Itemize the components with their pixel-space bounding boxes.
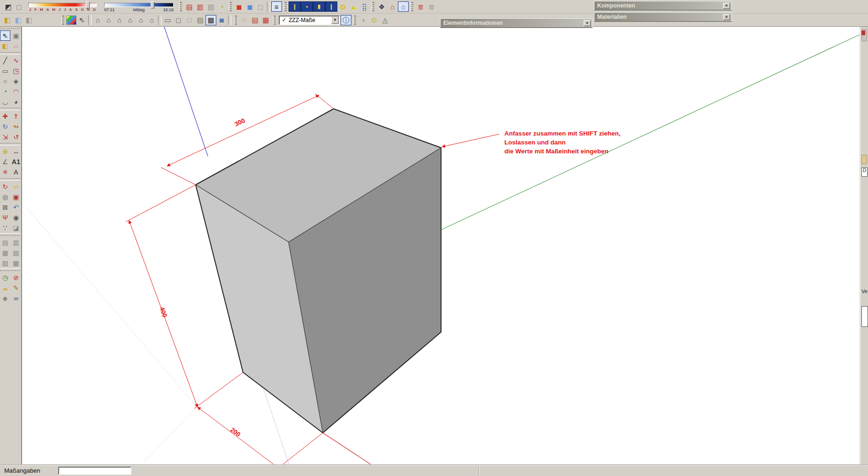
binoculars-button[interactable]: ∞ [11,293,21,303]
view-iso-button[interactable]: ⌂ [92,15,103,25]
dim-300-label[interactable]: 300 [234,117,246,128]
render-plugin-3-button[interactable]: ▮ [313,1,325,12]
render-plugin-1-button[interactable]: ❙ [289,1,301,12]
view-right-button[interactable]: ⌂ [125,15,136,25]
pan-tool[interactable]: ⇄ [11,181,21,192]
model-box[interactable] [196,109,441,433]
toolbar-grip[interactable] [179,2,182,11]
shadow-info-button[interactable]: ◩ [3,1,14,12]
measurement-input[interactable] [58,467,131,475]
gray-cube-button[interactable]: ◻ [255,1,266,12]
orbit-tool[interactable]: ↻ [0,181,10,192]
doc-red-green-button[interactable]: ▦ [260,15,271,25]
compass-button[interactable]: ❖ [376,1,387,12]
polygon-tool[interactable]: ◈ [11,76,21,86]
view-top-button[interactable]: ⌂ [103,15,114,25]
close-icon[interactable]: × [723,3,730,9]
style-hiddenline-button[interactable]: ◻ [173,15,184,25]
palette-grip[interactable] [0,234,21,237]
house-blue-button[interactable]: ⌂ [398,1,409,12]
dim-400-label[interactable]: 400 [158,306,168,318]
doc-red-button[interactable]: ▤ [250,15,260,25]
palette-grip[interactable] [0,27,21,30]
text-tool[interactable]: A1 [11,157,21,167]
drawing-canvas[interactable]: 300 400 200 Anfasser zusammen mit SHIFT … [22,27,860,464]
model-view[interactable]: 300 400 200 [22,27,860,464]
red-cube-button[interactable]: ◼ [234,1,244,12]
style-dark-button[interactable]: ▩ [206,15,216,25]
cloud-button[interactable]: ☁ [0,283,10,293]
shell-button[interactable]: ◖ [358,15,369,25]
section-plane-tool[interactable]: ◪ [11,223,21,233]
shadow-month-slider[interactable]: JFMAMJJASOND [28,0,97,13]
strip-tan-icon[interactable] [861,155,867,164]
export-3d-button[interactable]: ▥ [195,1,206,12]
push-pull-tool[interactable]: ⇑ [11,111,21,121]
corner-cube-yellow-button[interactable]: ◧ [2,15,13,25]
pie-tool[interactable]: ◔ [0,86,10,97]
corner-cube-blue-button[interactable]: ◧ [13,15,23,25]
make-component-tool[interactable]: ▣ [11,30,21,41]
zoom-previous-tool[interactable]: ↶ [11,202,21,212]
select-cursor-button[interactable]: ⇖ [76,15,87,25]
style-shaded-button[interactable]: ▨ [195,15,206,25]
gray-tool-4-button[interactable]: ▧ [11,248,21,258]
saturn-button[interactable]: Θ [337,1,348,12]
corner-cube-gray-button[interactable]: ◧ [23,15,34,25]
toolbar-grip[interactable] [411,2,413,11]
export-2d-button[interactable]: ▤ [184,1,195,12]
rotated-rectangle-tool[interactable]: ◳ [11,66,21,76]
scale-tool[interactable]: ⇲ [0,132,10,142]
annotation-text[interactable]: Anfasser zusammen mit SHIFT ziehen, Losl… [504,129,645,156]
palette-dots-button[interactable]: ⣿ [359,1,370,12]
komponenten-panel[interactable]: Komponenten × [594,1,732,10]
gray-tool-6-button[interactable]: ▩ [11,258,21,268]
dropdown-arrow-icon[interactable]: ▼ [331,16,339,24]
follow-me-tool[interactable]: ↬ [11,121,21,132]
shadow-time-slider[interactable]: 07:21 Mittag 16:18 [104,0,174,13]
paint-bucket-tool[interactable]: ◧ [0,41,10,51]
render-plugin-4-button[interactable]: ❙ [325,1,337,12]
hand-button[interactable]: ☞ [239,15,250,25]
print-gray-button[interactable]: ▧ [206,1,216,12]
toolbar-grip[interactable] [353,15,356,25]
protractor-tool[interactable]: ∠ [0,157,10,167]
style-white-button[interactable]: □ [184,15,195,25]
sketch-pencil-button[interactable]: ✎ [11,283,21,293]
freehand-tool[interactable]: ∿ [11,55,21,66]
element-info-panel[interactable]: Elementinformationen × [440,18,593,28]
blue-cube-button[interactable]: ◼ [244,1,255,12]
walk-tool[interactable]: ∵ [0,223,10,233]
view-left-button[interactable]: ⌂ [146,15,157,25]
style-dropdown[interactable]: ✓ ZZZ-Maße ▼ [279,15,340,25]
close-icon[interactable]: × [584,20,591,26]
gray-tool-5-button[interactable]: ▨ [0,258,10,268]
toolbar-grip[interactable] [372,2,374,11]
line-tool[interactable]: ╱ [0,55,10,66]
move-tool[interactable]: ✚ [0,111,10,121]
toolbar-grip[interactable] [61,15,64,25]
select-tool[interactable]: ⇖ [0,30,10,41]
rectangle-tool[interactable]: ▭ [0,66,10,76]
time-export-button[interactable]: ◔ [216,1,227,12]
dim-200-label[interactable]: 200 [229,426,242,438]
style-textured-button[interactable]: ◙ [216,15,227,25]
toolbar-grip[interactable] [229,2,232,11]
eraser-tool[interactable]: ▱ [11,41,21,51]
strip-d-box[interactable]: D [861,167,868,177]
view-back-button[interactable]: ⌂ [136,15,146,25]
circle-tool[interactable]: ○ [0,76,10,86]
gray-tool-3-button[interactable]: ▦ [0,248,10,258]
text-3d-tool[interactable]: A [11,167,21,177]
strip-input-fragment[interactable] [861,306,868,327]
zoom-extents-tool[interactable]: ⊠ [0,202,10,212]
layers-red-button[interactable]: ≣ [415,1,426,12]
position-camera-tool[interactable]: Ψ [0,212,10,223]
gray-tool-2-button[interactable]: ▥ [11,237,21,248]
house-red-button[interactable]: ⌂ [387,1,398,12]
dimension-tool[interactable]: ↔ [11,146,21,157]
toolbar-grip[interactable] [284,2,287,11]
arc-2pt-tool[interactable]: ◠ [11,86,21,97]
rainbow-style-button[interactable] [66,15,76,25]
toolbar-grip[interactable] [234,15,237,25]
